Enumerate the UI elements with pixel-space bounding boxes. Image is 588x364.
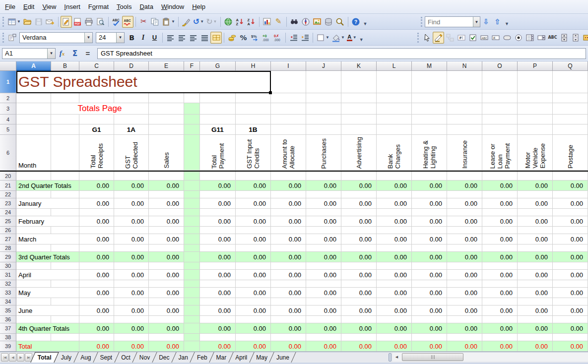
green-band-cell[interactable]	[184, 198, 200, 209]
cell-G27[interactable]: 0.00	[200, 234, 236, 244]
cell-P35[interactable]: 0.00	[518, 305, 553, 316]
cell[interactable]	[553, 172, 588, 181]
green-band-cell[interactable]	[184, 334, 200, 341]
cell[interactable]	[149, 103, 184, 115]
open-icon[interactable]	[22, 16, 33, 28]
cell-H31[interactable]: 0.00	[236, 270, 271, 280]
column-header-H[interactable]: H	[236, 61, 271, 71]
row-header-34[interactable]: 34	[0, 298, 16, 305]
cell-I23[interactable]: 0.00	[271, 198, 306, 209]
cell[interactable]	[79, 172, 114, 181]
cell-I21[interactable]: 0.00	[271, 181, 306, 191]
toolbar-grip[interactable]	[2, 17, 5, 27]
green-band-cell[interactable]	[184, 209, 200, 216]
cell[interactable]	[306, 172, 341, 181]
cell-N25[interactable]: 0.00	[447, 216, 482, 227]
cell[interactable]	[553, 334, 588, 341]
cell[interactable]	[51, 93, 79, 103]
header-cell-H6[interactable]: GST Input Credits	[236, 135, 271, 171]
cell[interactable]	[377, 244, 412, 252]
cell-E37[interactable]: 0.00	[149, 323, 184, 334]
cell-D37[interactable]: 0.00	[114, 323, 149, 334]
row-header-20[interactable]: 20	[0, 172, 16, 181]
name-box-dropdown[interactable]: ▼	[47, 49, 55, 59]
cell-Q21[interactable]: 0.00	[553, 181, 588, 191]
cell-G5[interactable]: G11	[200, 124, 236, 135]
cell[interactable]	[149, 280, 184, 288]
cell[interactable]	[200, 103, 236, 115]
green-band-cell[interactable]	[184, 172, 200, 181]
format-standard-icon[interactable]: $%	[249, 32, 261, 44]
header-cell-D6[interactable]: GST Collected	[114, 135, 149, 171]
percent-icon[interactable]: %	[238, 32, 249, 44]
cell[interactable]	[482, 334, 518, 341]
cell[interactable]	[149, 334, 184, 341]
cell-G33[interactable]: 0.00	[200, 288, 236, 298]
cell-G31[interactable]: 0.00	[200, 270, 236, 280]
cell-Q27[interactable]: 0.00	[553, 234, 588, 244]
bold-icon[interactable]: B	[126, 32, 137, 44]
cell[interactable]	[447, 227, 482, 234]
cell[interactable]	[518, 172, 553, 181]
copy-icon[interactable]	[149, 16, 161, 28]
font-name-dropdown[interactable]: ▼	[84, 33, 92, 43]
tab-scrollbar-splitter[interactable]	[389, 353, 392, 362]
font-name-combo[interactable]: Verdana ▼	[19, 32, 93, 43]
cell-Q39[interactable]: 0.00	[553, 341, 588, 352]
cell-H23[interactable]: 0.00	[236, 198, 271, 209]
currency-icon[interactable]	[226, 32, 238, 44]
cell-O31[interactable]: 0.00	[482, 270, 518, 280]
header-cell-Q6[interactable]: Postage	[553, 135, 588, 171]
cell[interactable]	[447, 124, 482, 135]
cell[interactable]	[271, 209, 306, 216]
column-header-C[interactable]: C	[79, 61, 114, 71]
cell[interactable]	[518, 334, 553, 341]
header-cell-J6[interactable]: Purchases	[306, 135, 341, 171]
header-cell-G6[interactable]: Total Payment	[200, 135, 236, 171]
cell-A23[interactable]: January	[16, 198, 79, 209]
row-header-25[interactable]: 25	[0, 216, 16, 227]
auto-spellcheck-icon[interactable]: ABC	[122, 16, 133, 28]
cell-G23[interactable]: 0.00	[200, 198, 236, 209]
sheet-tab-june[interactable]: June	[272, 352, 294, 363]
cell[interactable]	[341, 334, 377, 341]
cell[interactable]	[149, 227, 184, 234]
cell[interactable]	[447, 172, 482, 181]
borders-icon[interactable]: ▼	[315, 32, 330, 44]
cell[interactable]	[482, 316, 518, 323]
cell-D23[interactable]: 0.00	[114, 198, 149, 209]
cell[interactable]	[482, 298, 518, 305]
cell-O21[interactable]: 0.00	[482, 181, 518, 191]
cell[interactable]	[412, 227, 447, 234]
cell[interactable]	[149, 262, 184, 270]
cell-H27[interactable]: 0.00	[236, 234, 271, 244]
cell-J31[interactable]: 0.00	[306, 270, 341, 280]
scrollbar-thumb[interactable]	[402, 353, 463, 361]
row-header-5[interactable]: 5	[0, 124, 16, 135]
cell[interactable]	[482, 124, 518, 135]
scrollbar-icon[interactable]	[570, 32, 581, 44]
cell-H29[interactable]: 0.00	[236, 252, 271, 262]
cell[interactable]	[200, 280, 236, 288]
cell[interactable]	[51, 191, 79, 198]
cell[interactable]	[51, 298, 79, 305]
cell[interactable]	[79, 244, 114, 252]
cell[interactable]	[447, 244, 482, 252]
cell-I39[interactable]: 0.00	[271, 341, 306, 352]
column-header-I[interactable]: I	[271, 61, 306, 71]
sheet-tab-mar[interactable]: Mar	[212, 352, 231, 363]
cell[interactable]	[306, 191, 341, 198]
cell-P39[interactable]: 0.00	[518, 341, 553, 352]
green-band-cell[interactable]	[184, 288, 200, 298]
cell[interactable]	[149, 172, 184, 181]
cell-P21[interactable]: 0.00	[518, 181, 553, 191]
cell[interactable]	[306, 227, 341, 234]
selection-fill-handle[interactable]	[269, 91, 272, 94]
cell[interactable]	[553, 227, 588, 234]
cell[interactable]	[149, 209, 184, 216]
green-band-cell[interactable]	[184, 270, 200, 280]
cell-G37[interactable]: 0.00	[200, 323, 236, 334]
cell[interactable]	[51, 172, 79, 181]
cell-G25[interactable]: 0.00	[200, 216, 236, 227]
cell[interactable]	[16, 298, 51, 305]
